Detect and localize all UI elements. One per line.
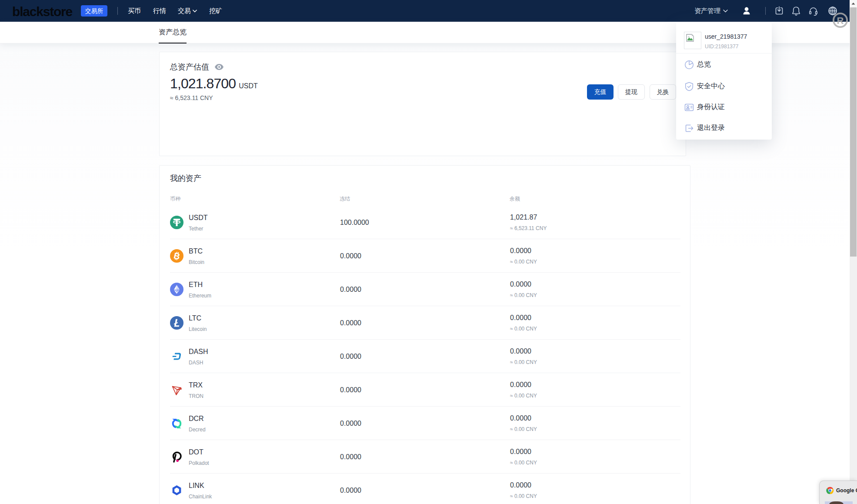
svg-text:R: R bbox=[837, 15, 844, 26]
